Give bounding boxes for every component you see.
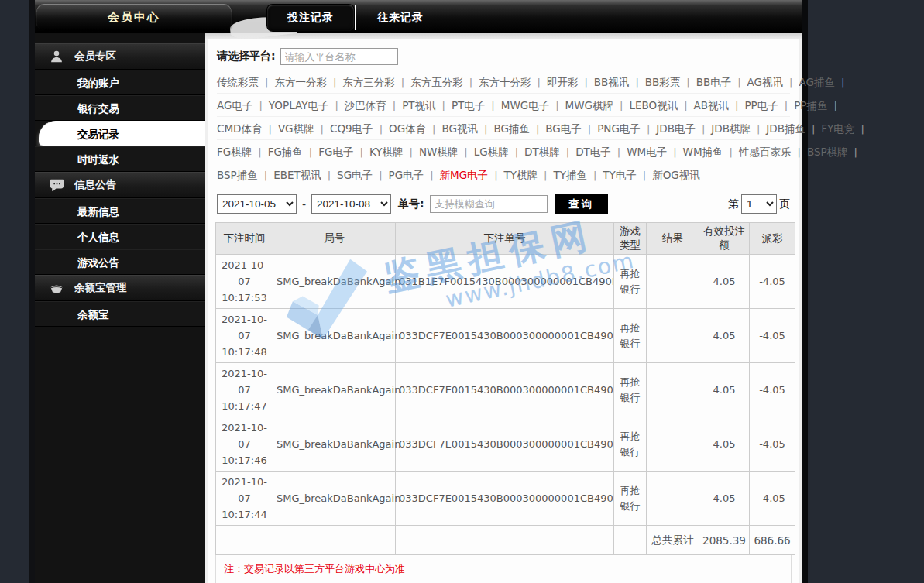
platform-link-separator: | [538, 77, 541, 88]
cell-result [647, 255, 699, 309]
platform-link[interactable]: 性感百家乐 [739, 146, 792, 158]
platform-link-separator: | [544, 170, 547, 181]
tab[interactable]: 投注记录 [267, 5, 354, 31]
page: 会员中心 投注记录往来记录 会员专区我的账户银行交易交易记录时时返水信息公告最新… [0, 0, 924, 583]
platform-link[interactable]: SG电子 [337, 169, 373, 181]
sidebar-item[interactable]: 游戏公告 [35, 249, 205, 275]
table-row: 2021-10-0710:17:46SMG_breakDaBankAgain03… [216, 417, 795, 472]
cell-result [647, 363, 699, 417]
platform-link[interactable]: BB电子 [696, 76, 732, 88]
platform-link-separator: | [469, 77, 472, 88]
table-row: 2021-10-0710:17:47SMG_breakDaBankAgain03… [216, 363, 795, 417]
platform-link[interactable]: TY捕鱼 [553, 169, 587, 181]
platform-link[interactable]: DT棋牌 [524, 146, 560, 158]
sidebar-item[interactable]: 余额宝 [35, 301, 205, 327]
page-prefix-label: 第 [728, 197, 739, 211]
tab[interactable]: 往来记录 [357, 5, 444, 31]
platform-link[interactable]: BG电子 [545, 122, 582, 135]
platform-link[interactable]: BG视讯 [442, 122, 479, 135]
platform-link[interactable]: AG捕鱼 [799, 76, 834, 88]
platform-link[interactable]: MWG电子 [501, 99, 549, 111]
platform-link[interactable]: PT视讯 [402, 99, 435, 111]
platform-link-separator: | [268, 123, 271, 135]
cell-valid-bet: 4.05 [699, 472, 750, 526]
query-button[interactable]: 查询 [555, 194, 608, 214]
platform-link-separator: | [359, 146, 362, 158]
platform-link[interactable]: PP电子 [744, 99, 778, 111]
platform-link[interactable]: 传统彩票 [217, 76, 259, 88]
platform-link[interactable]: EBET视讯 [273, 169, 321, 181]
platform-link[interactable]: WM捕鱼 [683, 146, 723, 158]
sidebar-item[interactable]: 银行交易 [35, 95, 205, 121]
platform-link[interactable]: PG电子 [389, 169, 424, 181]
platform-link[interactable]: MWG棋牌 [565, 99, 613, 111]
platform-link[interactable]: CMD体育 [217, 122, 262, 135]
platform-link[interactable]: NW棋牌 [419, 146, 458, 158]
platform-link[interactable]: BSP捕鱼 [217, 169, 258, 181]
platform-link[interactable]: PNG电子 [597, 122, 641, 135]
platform-link[interactable]: BG捕鱼 [493, 122, 530, 135]
sidebar-item[interactable]: 个人信息 [35, 224, 205, 249]
sidebar-section[interactable]: 会员专区 [35, 43, 205, 70]
platform-link[interactable]: JDB棋牌 [711, 122, 751, 135]
platform-link[interactable]: FG捕鱼 [268, 146, 303, 158]
platform-link[interactable]: TY棋牌 [504, 169, 538, 181]
platform-link[interactable]: 即开彩 [547, 76, 579, 88]
platform-link[interactable]: PT电子 [452, 99, 485, 111]
page-select[interactable]: 1 [741, 194, 777, 214]
date-from-select[interactable]: 2021-10-05 [217, 194, 297, 214]
platform-link-separator: | [647, 123, 650, 135]
platform-link[interactable]: FG棋牌 [217, 146, 252, 158]
platform-link[interactable]: 东方五分彩 [410, 76, 463, 88]
platform-link[interactable]: 新OG视讯 [652, 169, 700, 181]
platform-link-separator: | [328, 170, 331, 181]
platform-link[interactable]: BSP棋牌 [807, 146, 848, 158]
sidebar-section[interactable]: 信息公告 [35, 172, 205, 198]
platform-link-separator: | [702, 123, 705, 135]
platform-link-separator: | [309, 146, 312, 158]
platform-link-separator: | [379, 170, 382, 181]
platform-link[interactable]: 东方一分彩 [274, 76, 327, 88]
platform-link[interactable]: JDB捕鱼 [766, 122, 805, 135]
platform-link[interactable]: 东方三分彩 [342, 76, 395, 88]
platform-link[interactable]: FG电子 [318, 146, 353, 158]
platform-link[interactable]: AG视讯 [747, 76, 783, 88]
platform-link[interactable]: 新MG电子 [440, 169, 489, 181]
platform-link[interactable]: DT电子 [575, 146, 611, 158]
sidebar-item[interactable]: 交易记录 [39, 121, 205, 146]
table-row: 2021-10-0710:17:44SMG_breakDaBankAgain03… [216, 472, 795, 526]
platform-link[interactable]: 沙巴体育 [345, 99, 386, 111]
platform-link-separator: | [860, 123, 864, 135]
platform-link[interactable]: WM电子 [627, 146, 667, 158]
platform-link[interactable]: LEBO视讯 [629, 99, 678, 111]
date-to-select[interactable]: 2021-10-08 [311, 194, 391, 214]
platform-link[interactable]: 东方十分彩 [479, 76, 531, 88]
platform-link[interactable]: AB视讯 [694, 99, 730, 111]
platform-link[interactable]: AG电子 [217, 99, 252, 111]
platform-link[interactable]: KY棋牌 [369, 146, 404, 158]
order-number-input[interactable] [430, 195, 548, 213]
sidebar-item[interactable]: 时时返水 [35, 146, 205, 172]
platform-link-separator: | [730, 146, 733, 158]
table-row: 2021-10-0710:17:53SMG_breakDaBankAgain03… [216, 255, 795, 309]
platform-name-input[interactable] [280, 48, 398, 65]
platform-link[interactable]: PP捕鱼 [794, 99, 827, 111]
platform-link[interactable]: BB视讯 [594, 76, 630, 88]
sidebar-section[interactable]: 余额宝管理 [35, 275, 205, 301]
content-panel: 请选择平台: 传统彩票|东方一分彩|东方三分彩|东方五分彩|东方十分彩|即开彩|… [208, 39, 799, 583]
platform-link[interactable]: LG棋牌 [474, 146, 509, 158]
platform-link[interactable]: TY电子 [603, 169, 637, 181]
platform-link[interactable]: YOPLAY电子 [269, 99, 329, 111]
cell-valid-bet: 4.05 [699, 255, 750, 309]
sidebar-item[interactable]: 我的账户 [35, 70, 205, 95]
platform-link[interactable]: BB彩票 [645, 76, 681, 88]
platform-link[interactable]: VG棋牌 [278, 122, 314, 135]
sidebar-item[interactable]: 最新信息 [35, 198, 205, 224]
platform-link-separator: | [536, 123, 539, 135]
platform-link[interactable]: CQ9电子 [330, 122, 373, 135]
platform-link[interactable]: FY电竞 [821, 122, 854, 135]
platform-link[interactable]: OG体育 [389, 122, 426, 135]
platform-link-separator: | [321, 123, 324, 135]
platform-link[interactable]: JDB电子 [656, 122, 696, 135]
records-table-body: 2021-10-0710:17:53SMG_breakDaBankAgain03… [216, 255, 795, 555]
